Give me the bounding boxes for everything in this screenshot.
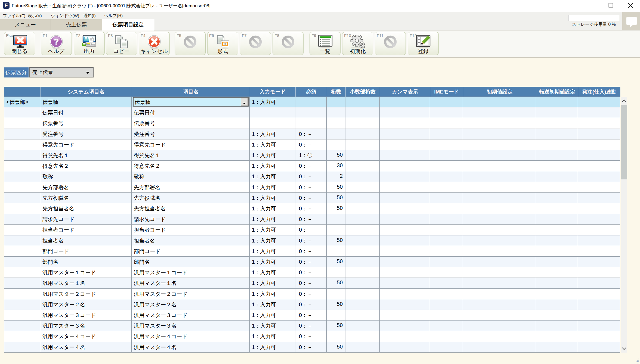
svg-text:?: ? [54, 37, 59, 46]
